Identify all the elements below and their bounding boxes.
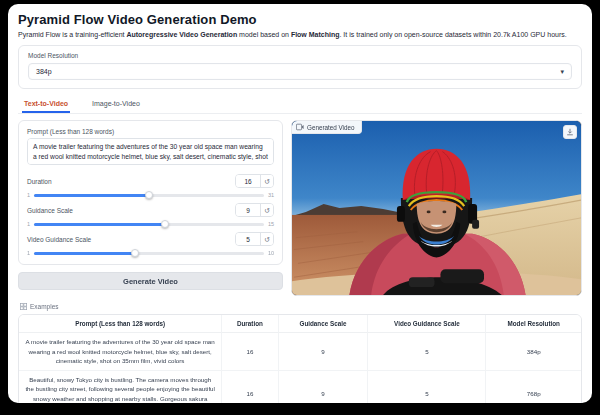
description-text: model based on (237, 31, 291, 38)
video-guidance-slider-block: Video Guidance Scale ↺ 1 10 (27, 232, 274, 256)
example-row-1[interactable]: A movie trailer featuring the adventures… (19, 333, 581, 371)
guidance-slider-block: Guidance Scale ↺ 1 15 (27, 203, 274, 227)
description-text: . It is trained only on open-source data… (339, 31, 566, 38)
video-guidance-min: 1 (27, 250, 30, 256)
duration-slider-block: Duration ↺ 1 31 (27, 174, 274, 198)
generated-video-label-chip: Generated Video (292, 121, 362, 134)
video-guidance-slider-handle[interactable] (131, 249, 139, 257)
model-resolution-label: Model Resolution (28, 52, 572, 59)
guidance-reset-icon[interactable]: ↺ (260, 204, 273, 216)
chevron-down-icon[interactable]: ▾ (560, 68, 564, 76)
guidance-min: 1 (27, 221, 30, 227)
video-guidance-reset-icon[interactable]: ↺ (260, 233, 273, 245)
description-text: Pyramid Flow is a training-efficient (18, 31, 126, 38)
guidance-slider-handle[interactable] (161, 220, 169, 228)
example-1-video-guidance[interactable]: 5 (367, 333, 485, 371)
download-icon (566, 128, 574, 136)
tab-text-to-video[interactable]: Text-to-Video (22, 97, 70, 113)
examples-section-label: Examples (18, 303, 582, 310)
example-1-guidance[interactable]: 9 (278, 333, 368, 371)
prompt-settings-panel: Prompt (Less than 128 words) A movie tra… (18, 120, 283, 265)
app-window: Pyramid Flow Video Generation Demo Pyram… (8, 4, 592, 403)
prompt-label: Prompt (Less than 128 words) (27, 128, 274, 135)
video-guidance-slider[interactable] (34, 252, 264, 255)
example-2-resolution[interactable]: 768p (485, 371, 581, 403)
guidance-label: Guidance Scale (27, 207, 235, 214)
duration-max: 31 (268, 192, 274, 198)
video-guidance-max: 10 (268, 250, 274, 256)
model-resolution-group: Model Resolution 384p ▾ (18, 45, 582, 89)
generated-video-frame (292, 121, 581, 295)
guidance-number-input[interactable] (236, 204, 260, 216)
tab-image-to-video[interactable]: Image-to-Video (90, 97, 142, 113)
example-2-video-guidance[interactable]: 5 (367, 371, 485, 403)
duration-number-input[interactable] (236, 175, 260, 187)
guidance-max: 15 (268, 221, 274, 227)
examples-table: Prompt (Less than 128 words) Duration Gu… (18, 314, 582, 403)
example-1-resolution[interactable]: 384p (485, 333, 581, 371)
col-header-guidance-scale: Guidance Scale (278, 315, 368, 333)
example-1-prompt[interactable]: A movie trailer featuring the adventures… (19, 333, 221, 371)
tab-bar: Text-to-Video Image-to-Video (18, 97, 582, 114)
controls-column: Prompt (Less than 128 words) A movie tra… (18, 120, 283, 290)
duration-reset-icon[interactable]: ↺ (260, 175, 273, 187)
example-row-2[interactable]: Beautiful, snowy Tokyo city is bustling.… (19, 371, 581, 403)
model-resolution-dropdown[interactable]: 384p ▾ (28, 63, 572, 80)
generated-video-label: Generated Video (307, 124, 355, 131)
duration-min: 1 (27, 192, 30, 198)
guidance-slider[interactable] (34, 223, 264, 226)
example-2-duration[interactable]: 16 (221, 371, 277, 403)
col-header-video-guidance-scale: Video Guidance Scale (367, 315, 485, 333)
prompt-input[interactable]: A movie trailer featuring the adventures… (27, 138, 274, 165)
examples-label-text: Examples (30, 303, 59, 310)
video-icon (296, 123, 304, 131)
example-2-guidance[interactable]: 9 (278, 371, 368, 403)
download-video-button[interactable] (563, 125, 577, 139)
generated-video-player[interactable]: Generated Video (291, 120, 582, 296)
col-header-model-resolution: Model Resolution (485, 315, 581, 333)
examples-grid-icon (20, 303, 27, 310)
example-1-duration[interactable]: 16 (221, 333, 277, 371)
col-header-prompt: Prompt (Less than 128 words) (19, 315, 221, 333)
duration-label: Duration (27, 178, 235, 185)
video-guidance-number-input[interactable] (236, 233, 260, 245)
video-guidance-label: Video Guidance Scale (27, 236, 235, 243)
description-bold: Autoregressive Video Generation (126, 31, 237, 38)
duration-slider-handle[interactable] (145, 191, 153, 199)
page-description: Pyramid Flow is a training-efficient Aut… (18, 31, 582, 38)
model-resolution-value: 384p (36, 68, 52, 75)
page-title: Pyramid Flow Video Generation Demo (18, 12, 582, 27)
duration-slider[interactable] (34, 194, 264, 197)
col-header-duration: Duration (221, 315, 277, 333)
description-bold: Flow Matching (291, 31, 340, 38)
example-2-prompt[interactable]: Beautiful, snowy Tokyo city is bustling.… (19, 371, 221, 403)
output-column: Generated Video (291, 120, 582, 296)
generate-video-button[interactable]: Generate Video (18, 272, 283, 290)
examples-header-row: Prompt (Less than 128 words) Duration Gu… (19, 315, 581, 333)
